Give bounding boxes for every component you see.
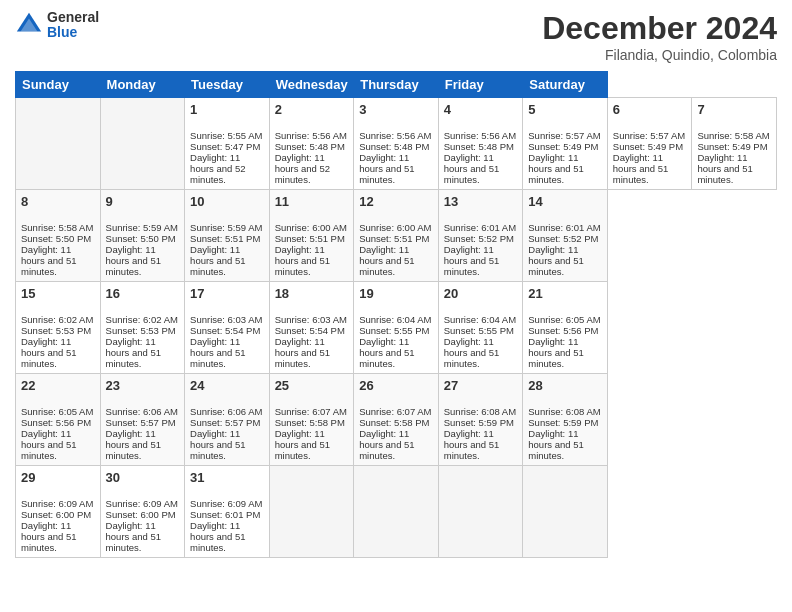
sunrise-text: Sunrise: 5:59 AM bbox=[190, 222, 262, 233]
logo: General Blue bbox=[15, 10, 99, 41]
weekday-header-sunday: Sunday bbox=[16, 72, 101, 98]
day-cell-18: 18Sunrise: 6:03 AMSunset: 5:54 PMDayligh… bbox=[269, 282, 354, 374]
day-cell-13: 13Sunrise: 6:01 AMSunset: 5:52 PMDayligh… bbox=[438, 190, 523, 282]
sunset-text: Sunset: 5:56 PM bbox=[21, 417, 91, 428]
day-cell-9: 9Sunrise: 5:59 AMSunset: 5:50 PMDaylight… bbox=[100, 190, 185, 282]
sunset-text: Sunset: 5:56 PM bbox=[528, 325, 598, 336]
sunrise-text: Sunrise: 6:07 AM bbox=[359, 406, 431, 417]
daylight-text: Daylight: 11 hours and 51 minutes. bbox=[190, 520, 245, 553]
sunrise-text: Sunrise: 6:07 AM bbox=[275, 406, 347, 417]
sunset-text: Sunset: 5:48 PM bbox=[275, 141, 345, 152]
day-cell-11: 11Sunrise: 6:00 AMSunset: 5:51 PMDayligh… bbox=[269, 190, 354, 282]
day-cell-5: 5Sunrise: 5:57 AMSunset: 5:49 PMDaylight… bbox=[523, 98, 608, 190]
sunrise-text: Sunrise: 5:56 AM bbox=[444, 130, 516, 141]
week-row-0: 1Sunrise: 5:55 AMSunset: 5:47 PMDaylight… bbox=[16, 98, 777, 190]
day-number: 9 bbox=[106, 194, 180, 209]
daylight-text: Daylight: 11 hours and 51 minutes. bbox=[444, 152, 499, 185]
day-cell-31: 31Sunrise: 6:09 AMSunset: 6:01 PMDayligh… bbox=[185, 466, 270, 558]
week-row-1: 8Sunrise: 5:58 AMSunset: 5:50 PMDaylight… bbox=[16, 190, 777, 282]
sunset-text: Sunset: 5:58 PM bbox=[275, 417, 345, 428]
day-number: 17 bbox=[190, 286, 264, 301]
weekday-header-wednesday: Wednesday bbox=[269, 72, 354, 98]
day-number: 13 bbox=[444, 194, 518, 209]
weekday-header-row: SundayMondayTuesdayWednesdayThursdayFrid… bbox=[16, 72, 777, 98]
sunset-text: Sunset: 5:48 PM bbox=[444, 141, 514, 152]
day-number: 30 bbox=[106, 470, 180, 485]
sunrise-text: Sunrise: 6:06 AM bbox=[190, 406, 262, 417]
day-number: 18 bbox=[275, 286, 349, 301]
day-number: 15 bbox=[21, 286, 95, 301]
sunrise-text: Sunrise: 6:08 AM bbox=[528, 406, 600, 417]
day-number: 31 bbox=[190, 470, 264, 485]
daylight-text: Daylight: 11 hours and 51 minutes. bbox=[528, 336, 583, 369]
sunset-text: Sunset: 6:00 PM bbox=[21, 509, 91, 520]
day-number: 7 bbox=[697, 102, 771, 117]
empty-cell bbox=[269, 466, 354, 558]
sunset-text: Sunset: 5:51 PM bbox=[359, 233, 429, 244]
daylight-text: Daylight: 11 hours and 51 minutes. bbox=[21, 520, 76, 553]
daylight-text: Daylight: 11 hours and 51 minutes. bbox=[444, 244, 499, 277]
day-number: 12 bbox=[359, 194, 433, 209]
sunrise-text: Sunrise: 6:03 AM bbox=[275, 314, 347, 325]
day-cell-24: 24Sunrise: 6:06 AMSunset: 5:57 PMDayligh… bbox=[185, 374, 270, 466]
day-number: 21 bbox=[528, 286, 602, 301]
sunset-text: Sunset: 5:54 PM bbox=[190, 325, 260, 336]
daylight-text: Daylight: 11 hours and 51 minutes. bbox=[697, 152, 752, 185]
day-cell-28: 28Sunrise: 6:08 AMSunset: 5:59 PMDayligh… bbox=[523, 374, 608, 466]
empty-cell bbox=[16, 98, 101, 190]
daylight-text: Daylight: 11 hours and 51 minutes. bbox=[359, 244, 414, 277]
day-cell-3: 3Sunrise: 5:56 AMSunset: 5:48 PMDaylight… bbox=[354, 98, 439, 190]
sunset-text: Sunset: 5:51 PM bbox=[190, 233, 260, 244]
sunset-text: Sunset: 5:49 PM bbox=[528, 141, 598, 152]
daylight-text: Daylight: 11 hours and 51 minutes. bbox=[528, 244, 583, 277]
day-cell-20: 20Sunrise: 6:04 AMSunset: 5:55 PMDayligh… bbox=[438, 282, 523, 374]
day-number: 10 bbox=[190, 194, 264, 209]
sunrise-text: Sunrise: 6:04 AM bbox=[359, 314, 431, 325]
daylight-text: Daylight: 11 hours and 51 minutes. bbox=[613, 152, 668, 185]
day-cell-26: 26Sunrise: 6:07 AMSunset: 5:58 PMDayligh… bbox=[354, 374, 439, 466]
day-number: 6 bbox=[613, 102, 687, 117]
day-cell-8: 8Sunrise: 5:58 AMSunset: 5:50 PMDaylight… bbox=[16, 190, 101, 282]
daylight-text: Daylight: 11 hours and 51 minutes. bbox=[190, 244, 245, 277]
sunset-text: Sunset: 5:59 PM bbox=[444, 417, 514, 428]
day-number: 20 bbox=[444, 286, 518, 301]
daylight-text: Daylight: 11 hours and 52 minutes. bbox=[275, 152, 330, 185]
sunrise-text: Sunrise: 6:00 AM bbox=[359, 222, 431, 233]
day-cell-29: 29Sunrise: 6:09 AMSunset: 6:00 PMDayligh… bbox=[16, 466, 101, 558]
sunset-text: Sunset: 5:54 PM bbox=[275, 325, 345, 336]
sunset-text: Sunset: 6:01 PM bbox=[190, 509, 260, 520]
sunset-text: Sunset: 5:52 PM bbox=[444, 233, 514, 244]
sunrise-text: Sunrise: 6:02 AM bbox=[106, 314, 178, 325]
day-cell-19: 19Sunrise: 6:04 AMSunset: 5:55 PMDayligh… bbox=[354, 282, 439, 374]
daylight-text: Daylight: 11 hours and 51 minutes. bbox=[275, 244, 330, 277]
day-cell-21: 21Sunrise: 6:05 AMSunset: 5:56 PMDayligh… bbox=[523, 282, 608, 374]
page-container: General Blue December 2024 Filandia, Qui… bbox=[0, 0, 792, 568]
logo-general-text: General bbox=[47, 10, 99, 25]
daylight-text: Daylight: 11 hours and 51 minutes. bbox=[106, 520, 161, 553]
sunrise-text: Sunrise: 6:00 AM bbox=[275, 222, 347, 233]
daylight-text: Daylight: 11 hours and 51 minutes. bbox=[21, 428, 76, 461]
daylight-text: Daylight: 11 hours and 51 minutes. bbox=[359, 428, 414, 461]
sunset-text: Sunset: 5:53 PM bbox=[106, 325, 176, 336]
sunset-text: Sunset: 5:50 PM bbox=[21, 233, 91, 244]
day-number: 11 bbox=[275, 194, 349, 209]
location: Filandia, Quindio, Colombia bbox=[542, 47, 777, 63]
month-title: December 2024 bbox=[542, 10, 777, 47]
week-row-2: 15Sunrise: 6:02 AMSunset: 5:53 PMDayligh… bbox=[16, 282, 777, 374]
sunset-text: Sunset: 5:53 PM bbox=[21, 325, 91, 336]
sunrise-text: Sunrise: 6:05 AM bbox=[21, 406, 93, 417]
daylight-text: Daylight: 11 hours and 51 minutes. bbox=[275, 428, 330, 461]
logo-icon bbox=[15, 11, 43, 39]
weekday-header-monday: Monday bbox=[100, 72, 185, 98]
day-cell-17: 17Sunrise: 6:03 AMSunset: 5:54 PMDayligh… bbox=[185, 282, 270, 374]
day-number: 1 bbox=[190, 102, 264, 117]
day-cell-14: 14Sunrise: 6:01 AMSunset: 5:52 PMDayligh… bbox=[523, 190, 608, 282]
day-number: 24 bbox=[190, 378, 264, 393]
daylight-text: Daylight: 11 hours and 51 minutes. bbox=[275, 336, 330, 369]
week-row-4: 29Sunrise: 6:09 AMSunset: 6:00 PMDayligh… bbox=[16, 466, 777, 558]
sunset-text: Sunset: 5:55 PM bbox=[359, 325, 429, 336]
day-number: 14 bbox=[528, 194, 602, 209]
daylight-text: Daylight: 11 hours and 51 minutes. bbox=[21, 336, 76, 369]
logo-blue-text: Blue bbox=[47, 25, 99, 40]
sunset-text: Sunset: 5:50 PM bbox=[106, 233, 176, 244]
